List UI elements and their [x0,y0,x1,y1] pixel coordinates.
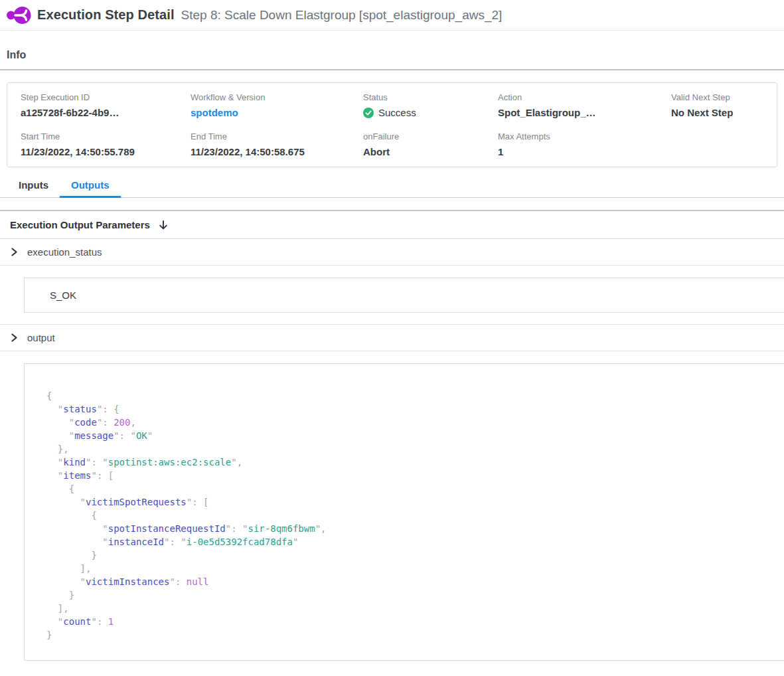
execution-output-parameters-header: Execution Output Parameters [0,211,784,239]
field-step-execution-id: Step Execution ID a125728f-6b22-4b9… [21,92,191,118]
chevron-right-icon[interactable] [10,333,19,342]
info-section-title: Info [0,31,784,70]
tab-inputs[interactable]: Inputs [7,179,60,197]
param-row-execution-status[interactable]: execution_status [0,239,784,266]
execution-output-parameters-title: Execution Output Parameters [10,219,150,230]
execution-status-value-box: S_OK [24,278,784,313]
workflow-link[interactable]: spotdemo [191,107,363,118]
page-header: Execution Step Detail Step 8: Scale Down… [0,0,784,31]
field-value: 11/23/2022, 14:50:58.675 [191,146,363,157]
info-card: Step Execution ID a125728f-6b22-4b9… Wor… [7,82,777,167]
field-workflow-version: Workflow & Version spotdemo [191,92,363,118]
panel-separator [0,198,784,211]
field-value: 11/23/2022, 14:50:55.789 [21,146,191,157]
page-subtitle: Step 8: Scale Down Elastgroup [spot_elas… [181,8,503,23]
field-value: No Next Step [671,107,763,118]
field-value: Spot_Elastigroup_… [498,107,671,118]
field-label: Step Execution ID [21,92,191,102]
field-value: a125728f-6b22-4b9… [21,107,191,118]
field-valid-next-step: Valid Next Step No Next Step [671,92,763,118]
field-label: Workflow & Version [191,92,363,102]
field-label: Start Time [21,131,191,141]
spot-logo-icon [7,6,31,25]
field-action: Action Spot_Elastigroup_… [498,92,671,118]
status-text: Success [378,107,416,118]
field-label: Status [363,92,498,102]
field-end-time: End Time 11/23/2022, 14:50:58.675 [191,131,363,157]
output-json-viewer: { "status": { "code": 200, "message": "O… [24,363,784,661]
field-empty [671,131,763,157]
status-badge: Success [363,107,498,118]
param-name: output [27,332,55,343]
execution-status-value: S_OK [50,290,76,301]
field-label: Action [498,92,671,102]
success-check-icon [363,108,374,118]
field-status: Status Success [363,92,498,118]
chevron-right-icon[interactable] [10,248,19,256]
detail-tabs: Inputs Outputs [0,179,784,198]
field-value: Abort [363,146,498,157]
field-max-attempts: Max Attempts 1 [498,131,671,157]
param-row-output[interactable]: output [0,324,784,351]
param-name: execution_status [27,246,102,258]
page-title: Execution Step Detail [37,7,175,23]
tab-outputs[interactable]: Outputs [60,179,121,197]
field-value: 1 [498,146,671,157]
field-label: Max Attempts [498,131,671,141]
field-onfailure: onFailure Abort [363,131,498,157]
field-label: End Time [191,131,363,141]
arrow-down-icon[interactable] [158,220,169,230]
field-label: onFailure [363,131,498,141]
field-start-time: Start Time 11/23/2022, 14:50:55.789 [21,131,191,157]
field-label: Valid Next Step [671,92,763,102]
